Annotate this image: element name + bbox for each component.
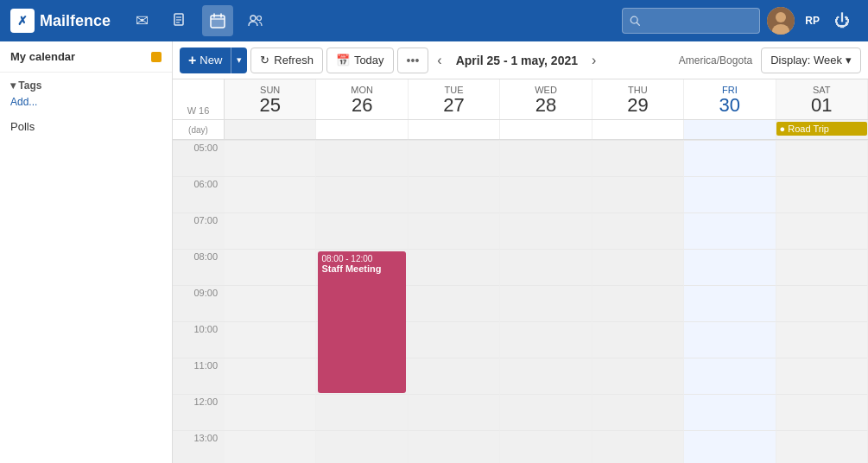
time-cell-11-4[interactable] — [592, 358, 684, 394]
time-cell-10-2[interactable] — [409, 321, 500, 358]
time-cell-12-3[interactable] — [500, 394, 592, 430]
time-cell-13-5[interactable] — [684, 430, 776, 463]
logo-icon: ✗ — [10, 9, 35, 33]
time-cell-5-4[interactable] — [592, 140, 684, 176]
time-cell-11-0[interactable] — [225, 358, 316, 394]
time-cell-9-5[interactable] — [684, 285, 776, 321]
email-nav-btn[interactable]: ✉ — [126, 5, 157, 36]
time-cell-6-1[interactable] — [316, 176, 408, 212]
time-cell-6-4[interactable] — [592, 176, 684, 212]
date-range: April 25 - 1 may, 2021 — [456, 54, 578, 67]
svg-point-9 — [257, 16, 262, 21]
road-trip-event[interactable]: ● Road Trip — [776, 122, 867, 136]
allday-tue[interactable] — [409, 120, 500, 139]
search-input[interactable] — [646, 15, 753, 28]
today-label: Today — [354, 54, 384, 67]
time-cell-8-6[interactable] — [776, 249, 868, 285]
time-cell-10-3[interactable] — [500, 321, 592, 358]
today-button[interactable]: 📅 Today — [326, 48, 394, 73]
time-cell-7-4[interactable] — [592, 212, 684, 249]
time-cell-10-4[interactable] — [592, 321, 684, 358]
time-cell-11-2[interactable] — [409, 358, 500, 394]
time-cell-7-2[interactable] — [409, 212, 500, 249]
allday-wed[interactable] — [500, 120, 592, 139]
time-cell-9-6[interactable] — [776, 285, 868, 321]
time-cell-12-0[interactable] — [225, 394, 316, 430]
user-initials[interactable]: RP — [805, 15, 820, 27]
time-cell-9-4[interactable] — [592, 285, 684, 321]
display-btn[interactable]: Display: Week ▾ — [761, 48, 861, 73]
new-btn-group: + New ▾ — [180, 48, 247, 73]
time-cell-5-2[interactable] — [409, 140, 500, 176]
time-cell-6-6[interactable] — [776, 176, 868, 212]
docs-nav-btn[interactable] — [164, 5, 195, 36]
time-cell-9-2[interactable] — [409, 285, 500, 321]
time-cell-5-5[interactable] — [684, 140, 776, 176]
time-cell-7-6[interactable] — [776, 212, 868, 249]
time-cell-11-5[interactable] — [684, 358, 776, 394]
polls-item[interactable]: Polls — [0, 115, 172, 138]
new-button[interactable]: + New — [180, 48, 231, 73]
time-cell-9-0[interactable] — [225, 285, 316, 321]
time-cell-5-1[interactable] — [316, 140, 408, 176]
time-cell-6-2[interactable] — [409, 176, 500, 212]
time-cell-6-0[interactable] — [225, 176, 316, 212]
time-cell-7-0[interactable] — [225, 212, 316, 249]
time-cell-8-5[interactable] — [684, 249, 776, 285]
time-cell-7-1[interactable] — [316, 212, 408, 249]
time-cell-8-4[interactable] — [592, 249, 684, 285]
time-cell-6-3[interactable] — [500, 176, 592, 212]
day-header-tue: TUE 27 — [409, 79, 500, 119]
time-cell-13-1[interactable] — [316, 430, 408, 463]
time-cell-5-0[interactable] — [225, 140, 316, 176]
allday-mon[interactable] — [316, 120, 408, 139]
time-label-8: 08:00 — [173, 249, 225, 285]
time-cell-13-0[interactable] — [225, 430, 316, 463]
top-nav: ✗ Mailfence ✉ — [0, 0, 868, 41]
time-cell-9-3[interactable] — [500, 285, 592, 321]
time-cell-6-5[interactable] — [684, 176, 776, 212]
time-cell-12-2[interactable] — [409, 394, 500, 430]
time-cell-13-6[interactable] — [776, 430, 868, 463]
time-label-5: 05:00 — [173, 140, 225, 176]
time-cell-13-3[interactable] — [500, 430, 592, 463]
time-cell-13-2[interactable] — [409, 430, 500, 463]
allday-sun[interactable] — [225, 120, 316, 139]
time-cell-12-6[interactable] — [776, 394, 868, 430]
time-cell-11-3[interactable] — [500, 358, 592, 394]
next-btn[interactable]: › — [586, 49, 601, 72]
staff-meeting-event[interactable]: 08:00 - 12:00Staff Meeting — [318, 251, 405, 393]
time-cell-13-4[interactable] — [592, 430, 684, 463]
calendar-nav-btn[interactable] — [202, 5, 233, 36]
time-cell-10-0[interactable] — [225, 321, 316, 358]
allday-fri[interactable] — [684, 120, 776, 139]
add-tag-link[interactable]: Add... — [10, 96, 37, 108]
time-cell-11-6[interactable] — [776, 358, 868, 394]
avatar[interactable] — [767, 7, 795, 35]
time-cell-5-3[interactable] — [500, 140, 592, 176]
time-cell-7-3[interactable] — [500, 212, 592, 249]
time-cell-8-3[interactable] — [500, 249, 592, 285]
time-cell-7-5[interactable] — [684, 212, 776, 249]
refresh-button[interactable]: ↻ Refresh — [250, 48, 323, 73]
time-cell-12-1[interactable] — [316, 394, 408, 430]
time-cell-10-5[interactable] — [684, 321, 776, 358]
time-cell-8-2[interactable] — [409, 249, 500, 285]
time-cell-8-1[interactable]: 08:00 - 12:00Staff Meeting — [316, 249, 408, 285]
allday-row: (day) ● Road Trip — [173, 120, 868, 140]
time-cell-8-0[interactable] — [225, 249, 316, 285]
power-btn[interactable]: ⏻ — [827, 5, 858, 36]
allday-sat[interactable]: ● Road Trip — [776, 120, 868, 139]
time-cell-10-6[interactable] — [776, 321, 868, 358]
time-label-6: 06:00 — [173, 176, 225, 212]
plus-icon: + — [188, 53, 196, 68]
time-cell-12-4[interactable] — [592, 394, 684, 430]
more-button[interactable]: ••• — [397, 48, 429, 73]
time-cell-5-6[interactable] — [776, 140, 868, 176]
contacts-nav-btn[interactable] — [240, 5, 271, 36]
allday-thu[interactable] — [592, 120, 684, 139]
time-cell-12-5[interactable] — [684, 394, 776, 430]
prev-btn[interactable]: ‹ — [432, 49, 447, 72]
search-box[interactable] — [622, 8, 760, 34]
new-dropdown-arrow[interactable]: ▾ — [231, 48, 247, 73]
